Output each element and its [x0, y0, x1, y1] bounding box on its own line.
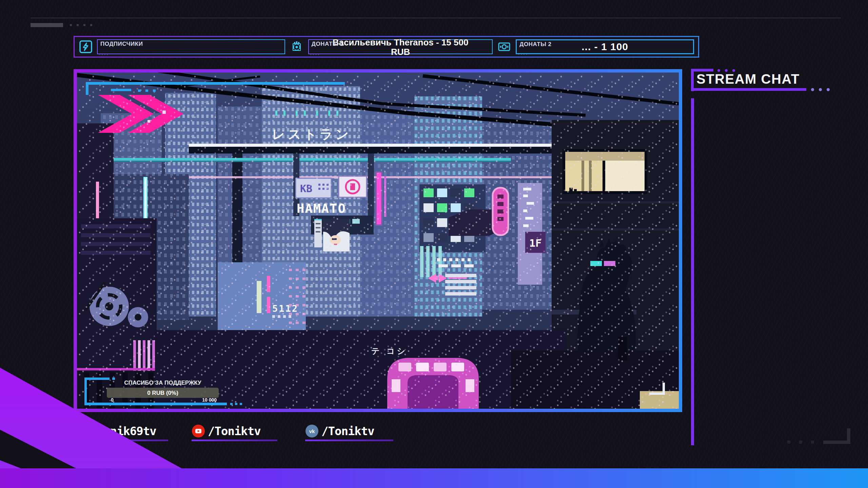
chat-bracket-top — [691, 69, 713, 72]
svg-text:vk: vk — [309, 428, 315, 434]
donations1-widget: ДОНАТЫ 1 Васильевичь Theranos - 15 500 R… — [308, 39, 493, 54]
chat-underline — [691, 88, 806, 91]
donations2-widget: ДОНАТЫ 2 ... - 1 100 .... — [516, 39, 694, 54]
top-divider-dots — [70, 24, 92, 26]
bottom-right-dots — [787, 441, 814, 444]
follower-icon — [79, 40, 93, 54]
chat-underline-dots — [811, 88, 830, 91]
bottom-gradient-strip — [0, 468, 868, 488]
subscribers-corner-dots: .... — [99, 51, 109, 56]
subscribers-label: ПОДПИСЧИКИ — [100, 41, 143, 47]
social-vk[interactable]: vk /Toniktv — [305, 422, 393, 440]
chat-title: STREAM CHAT — [696, 72, 800, 87]
camera-icon — [289, 39, 304, 54]
donations2-label: ДОНАТЫ 2 — [519, 41, 551, 48]
bottom-right-bracket-h — [823, 441, 850, 444]
vk-icon: vk — [305, 424, 319, 438]
subscribers-widget: ПОДПИСЧИКИ .... — [97, 39, 285, 54]
top-divider-line — [31, 18, 841, 18]
stream-overlay-page: ПОДПИСЧИКИ .... ДОНАТЫ 1 Васильевичь The… — [0, 0, 868, 488]
donations1-corner-dots: .... — [310, 51, 320, 56]
donations2-value: ... - 1 100 — [581, 41, 628, 52]
vk-underline — [305, 440, 393, 441]
chat-vertical-line — [691, 98, 694, 445]
donations2-corner-dots: .... — [518, 50, 528, 56]
donations1-value: Васильевичь Theranos - 15 500 RUB — [328, 38, 473, 57]
banknote-icon — [497, 39, 512, 54]
vk-handle: /Toniktv — [321, 424, 374, 438]
corner-diagonal-decor — [0, 352, 237, 488]
top-divider-segment — [31, 23, 63, 27]
widget-topbar: ПОДПИСЧИКИ .... ДОНАТЫ 1 Васильевичь The… — [74, 36, 699, 58]
donations1-label: ДОНАТЫ 1 — [312, 41, 343, 47]
